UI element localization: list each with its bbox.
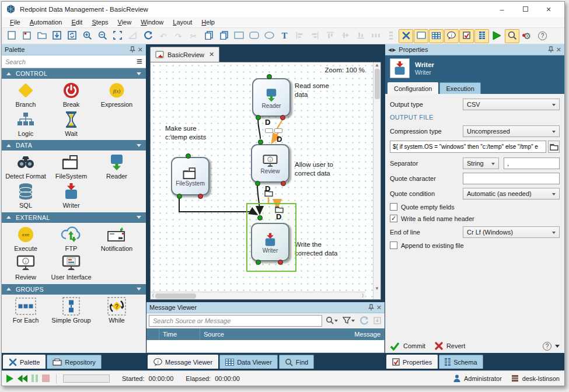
- toolbar-button[interactable]: [459, 29, 474, 43]
- output-file-path-input[interactable]: [390, 141, 546, 153]
- palette-item[interactable]: Writer: [48, 182, 94, 209]
- palette-item[interactable]: Notification: [94, 225, 139, 253]
- canvas-annotation[interactable]: Make sure c:\temp exists: [165, 124, 206, 141]
- flow-canvas[interactable]: Zoom: 100 % Read some: [151, 62, 373, 299]
- toolbar-button[interactable]: T: [277, 29, 292, 43]
- node-port[interactable]: [257, 215, 263, 220]
- toolbar-button[interactable]: [490, 29, 504, 43]
- help-icon[interactable]: ?: [543, 342, 551, 351]
- toolbar-button[interactable]: [217, 29, 231, 43]
- dock-tab[interactable]: Palette: [3, 355, 46, 369]
- toolbar-button[interactable]: [4, 29, 19, 43]
- toolbar-button[interactable]: i: [444, 29, 459, 43]
- close-icon[interactable]: ✕: [208, 51, 214, 58]
- node-port[interactable]: [281, 181, 286, 186]
- scroll-thumb[interactable]: [375, 69, 380, 99]
- toolbar-button[interactable]: [65, 29, 79, 43]
- dock-tab[interactable]: Schema: [439, 355, 483, 369]
- field-name-header-checkbox[interactable]: [390, 215, 397, 222]
- toolbar-button[interactable]: [323, 29, 337, 43]
- properties-tab[interactable]: Configuration: [388, 82, 438, 94]
- palette-item[interactable]: Simple Group: [48, 297, 94, 324]
- section-header-external[interactable]: EXTERNAL: [2, 212, 146, 223]
- toolbar-button[interactable]: [141, 29, 155, 43]
- quote-condition-select[interactable]: Automatic (as needed): [463, 188, 560, 200]
- palette-item[interactable]: User Interface: [48, 254, 94, 281]
- pin-icon[interactable]: [548, 46, 554, 53]
- palette-item[interactable]: Branch: [3, 81, 48, 108]
- node-port[interactable]: [255, 181, 260, 186]
- section-header-control[interactable]: CONTROL: [2, 68, 146, 79]
- column-header[interactable]: Message: [351, 328, 385, 340]
- toolbar-button[interactable]: [414, 29, 428, 43]
- quote-character-input[interactable]: [463, 173, 560, 184]
- vertical-scrollbar[interactable]: ▲▼: [373, 62, 381, 299]
- menu-item[interactable]: File: [5, 18, 25, 27]
- palette-item[interactable]: iReview: [3, 254, 48, 281]
- node-port[interactable]: [256, 260, 261, 265]
- menu-icon[interactable]: ≡: [133, 56, 146, 68]
- toolbar-button[interactable]: [80, 29, 95, 43]
- palette-item[interactable]: For Each: [3, 297, 48, 324]
- palette-item[interactable]: f(x)Expression: [94, 81, 139, 108]
- separator-value-input[interactable]: [504, 158, 560, 169]
- flow-node[interactable]: Reader: [252, 78, 291, 117]
- browse-folder-button[interactable]: [548, 141, 560, 153]
- toolbar-button[interactable]: [292, 29, 307, 43]
- dock-tab[interactable]: Properties: [386, 355, 438, 369]
- scroll-thumb[interactable]: [155, 293, 196, 299]
- palette-item[interactable]: Reader: [94, 153, 139, 180]
- toolbar-button[interactable]: [338, 29, 352, 43]
- flow-node[interactable]: iReview: [251, 144, 289, 183]
- palette-item[interactable]: exeExecute: [3, 225, 48, 253]
- column-header[interactable]: Source: [200, 328, 351, 340]
- menu-item[interactable]: Automation: [25, 18, 67, 27]
- menu-item[interactable]: View: [113, 18, 137, 27]
- maximize-icon[interactable]: [521, 5, 529, 14]
- toolbar-button[interactable]: [110, 29, 125, 43]
- palette-item[interactable]: ?While: [94, 297, 139, 324]
- palette-item[interactable]: FTP: [48, 225, 94, 253]
- commit-check-icon[interactable]: [390, 342, 400, 351]
- pin-icon[interactable]: [130, 46, 135, 53]
- stop-icon[interactable]: [42, 374, 50, 382]
- run-icon[interactable]: [6, 374, 13, 383]
- revert-button[interactable]: Revert: [446, 342, 465, 349]
- palette-item[interactable]: Break: [48, 81, 94, 108]
- dock-tab[interactable]: iMessage Viewer: [148, 355, 218, 369]
- node-port[interactable]: [280, 115, 285, 120]
- toolbar-button[interactable]: [34, 29, 49, 43]
- search-options-button[interactable]: [324, 316, 339, 326]
- column-header[interactable]: Time: [159, 328, 200, 340]
- toolbar-button[interactable]: [308, 29, 322, 43]
- canvas-annotation[interactable]: Read some data: [295, 82, 329, 99]
- menu-item[interactable]: Steps: [87, 18, 113, 27]
- toolbar-button[interactable]: [353, 29, 368, 43]
- section-header-groups[interactable]: GROUPS: [2, 284, 146, 295]
- properties-tab[interactable]: Execution: [439, 82, 480, 94]
- dock-tab[interactable]: Data Viewer: [219, 355, 278, 369]
- toolbar-button[interactable]: [429, 29, 444, 43]
- palette-search-input[interactable]: [2, 56, 133, 68]
- close-icon[interactable]: ✕: [138, 46, 143, 54]
- toolbar-button[interactable]: [474, 29, 489, 43]
- node-port[interactable]: [177, 194, 182, 199]
- toolbar-button[interactable]: [50, 29, 64, 43]
- compression-type-select[interactable]: Uncompressed: [463, 125, 560, 137]
- palette-item[interactable]: Detect Format: [3, 153, 48, 180]
- export-button[interactable]: [372, 317, 382, 326]
- refresh-button[interactable]: [358, 316, 370, 326]
- pin-icon[interactable]: [368, 304, 374, 311]
- canvas-annotation[interactable]: Allow user to correct data: [295, 160, 333, 177]
- output-type-select[interactable]: CSV: [463, 99, 560, 110]
- node-port[interactable]: [258, 139, 263, 145]
- menu-item[interactable]: Window: [136, 18, 168, 27]
- toolbar-button[interactable]: [247, 29, 261, 43]
- flow-node[interactable]: Writer: [251, 223, 289, 261]
- commit-button[interactable]: Commit: [403, 342, 425, 349]
- pause-icon[interactable]: [32, 374, 38, 382]
- toolbar-button[interactable]: ?: [535, 29, 550, 43]
- node-port[interactable]: [278, 260, 283, 265]
- toolbar-button[interactable]: ⚙: [520, 29, 535, 43]
- node-port[interactable]: [186, 153, 191, 159]
